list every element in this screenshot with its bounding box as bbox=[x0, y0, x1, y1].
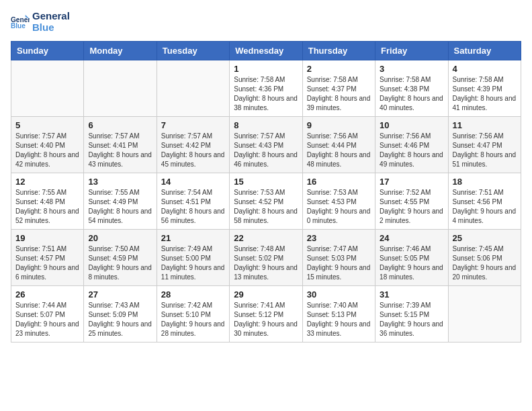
day-number: 11 bbox=[453, 120, 517, 130]
day-info: Sunrise: 7:56 AM Sunset: 4:47 PM Dayligh… bbox=[453, 132, 517, 169]
calendar-cell: 29Sunrise: 7:41 AM Sunset: 5:12 PM Dayli… bbox=[230, 286, 302, 342]
calendar-cell: 23Sunrise: 7:47 AM Sunset: 5:03 PM Dayli… bbox=[302, 230, 375, 286]
day-number: 28 bbox=[161, 289, 225, 300]
calendar-cell: 6Sunrise: 7:57 AM Sunset: 4:41 PM Daylig… bbox=[84, 117, 157, 173]
calendar-cell: 13Sunrise: 7:55 AM Sunset: 4:49 PM Dayli… bbox=[84, 173, 157, 230]
day-number: 4 bbox=[453, 64, 517, 74]
day-number: 23 bbox=[307, 233, 371, 243]
day-info: Sunrise: 7:57 AM Sunset: 4:41 PM Dayligh… bbox=[88, 132, 152, 169]
day-info: Sunrise: 7:57 AM Sunset: 4:43 PM Dayligh… bbox=[234, 132, 298, 169]
calendar-cell bbox=[11, 60, 84, 117]
day-number: 15 bbox=[234, 177, 298, 187]
weekday-header-cell: Thursday bbox=[302, 42, 375, 60]
day-number: 3 bbox=[380, 64, 443, 74]
calendar-cell: 15Sunrise: 7:53 AM Sunset: 4:52 PM Dayli… bbox=[230, 173, 302, 230]
day-info: Sunrise: 7:58 AM Sunset: 4:39 PM Dayligh… bbox=[453, 75, 517, 113]
calendar-cell: 28Sunrise: 7:42 AM Sunset: 5:10 PM Dayli… bbox=[157, 286, 229, 342]
calendar-cell bbox=[157, 60, 229, 117]
weekday-header-cell: Saturday bbox=[448, 42, 521, 60]
calendar-cell: 2Sunrise: 7:58 AM Sunset: 4:37 PM Daylig… bbox=[302, 60, 375, 117]
weekday-header-cell: Tuesday bbox=[157, 42, 229, 60]
day-info: Sunrise: 7:43 AM Sunset: 5:09 PM Dayligh… bbox=[88, 301, 152, 338]
logo-blue: Blue bbox=[32, 22, 70, 34]
calendar-cell: 10Sunrise: 7:56 AM Sunset: 4:46 PM Dayli… bbox=[375, 117, 448, 173]
day-info: Sunrise: 7:48 AM Sunset: 5:02 PM Dayligh… bbox=[234, 244, 298, 282]
day-info: Sunrise: 7:50 AM Sunset: 4:59 PM Dayligh… bbox=[88, 244, 152, 282]
day-info: Sunrise: 7:51 AM Sunset: 4:57 PM Dayligh… bbox=[15, 244, 79, 282]
calendar-cell: 7Sunrise: 7:57 AM Sunset: 4:42 PM Daylig… bbox=[157, 117, 229, 173]
day-info: Sunrise: 7:39 AM Sunset: 5:15 PM Dayligh… bbox=[380, 301, 443, 338]
day-info: Sunrise: 7:42 AM Sunset: 5:10 PM Dayligh… bbox=[161, 301, 225, 338]
header: General Blue General Blue bbox=[11, 11, 521, 33]
day-info: Sunrise: 7:54 AM Sunset: 4:51 PM Dayligh… bbox=[161, 188, 225, 226]
calendar-cell: 9Sunrise: 7:56 AM Sunset: 4:44 PM Daylig… bbox=[302, 117, 375, 173]
day-info: Sunrise: 7:51 AM Sunset: 4:56 PM Dayligh… bbox=[453, 188, 517, 226]
day-number: 21 bbox=[161, 233, 225, 243]
day-info: Sunrise: 7:44 AM Sunset: 5:07 PM Dayligh… bbox=[15, 301, 79, 338]
svg-text:Blue: Blue bbox=[11, 22, 26, 30]
calendar-cell: 16Sunrise: 7:53 AM Sunset: 4:53 PM Dayli… bbox=[302, 173, 375, 230]
day-info: Sunrise: 7:47 AM Sunset: 5:03 PM Dayligh… bbox=[307, 244, 371, 282]
calendar-cell: 18Sunrise: 7:51 AM Sunset: 4:56 PM Dayli… bbox=[448, 173, 521, 230]
day-number: 6 bbox=[88, 120, 152, 130]
day-number: 14 bbox=[161, 177, 225, 187]
day-number: 9 bbox=[307, 120, 371, 130]
day-info: Sunrise: 7:57 AM Sunset: 4:40 PM Dayligh… bbox=[15, 132, 79, 169]
day-number: 16 bbox=[307, 177, 371, 187]
calendar-cell: 21Sunrise: 7:49 AM Sunset: 5:00 PM Dayli… bbox=[157, 230, 229, 286]
day-info: Sunrise: 7:45 AM Sunset: 5:06 PM Dayligh… bbox=[453, 244, 517, 282]
calendar-cell bbox=[84, 60, 157, 117]
day-number: 25 bbox=[453, 233, 517, 243]
calendar-week-row: 26Sunrise: 7:44 AM Sunset: 5:07 PM Dayli… bbox=[11, 286, 521, 342]
day-info: Sunrise: 7:55 AM Sunset: 4:49 PM Dayligh… bbox=[88, 188, 152, 226]
day-info: Sunrise: 7:52 AM Sunset: 4:55 PM Dayligh… bbox=[380, 188, 443, 226]
calendar-cell: 24Sunrise: 7:46 AM Sunset: 5:05 PM Dayli… bbox=[375, 230, 448, 286]
day-number: 31 bbox=[380, 289, 443, 300]
day-number: 17 bbox=[380, 177, 443, 187]
calendar-cell: 1Sunrise: 7:58 AM Sunset: 4:36 PM Daylig… bbox=[230, 60, 302, 117]
weekday-header-cell: Wednesday bbox=[230, 42, 302, 60]
day-info: Sunrise: 7:58 AM Sunset: 4:36 PM Dayligh… bbox=[234, 75, 298, 113]
calendar-cell: 31Sunrise: 7:39 AM Sunset: 5:15 PM Dayli… bbox=[375, 286, 448, 342]
weekday-header-cell: Sunday bbox=[11, 42, 84, 60]
calendar-cell: 4Sunrise: 7:58 AM Sunset: 4:39 PM Daylig… bbox=[448, 60, 521, 117]
calendar-cell: 22Sunrise: 7:48 AM Sunset: 5:02 PM Dayli… bbox=[230, 230, 302, 286]
calendar-week-row: 1Sunrise: 7:58 AM Sunset: 4:36 PM Daylig… bbox=[11, 60, 521, 117]
day-info: Sunrise: 7:56 AM Sunset: 4:44 PM Dayligh… bbox=[307, 132, 371, 169]
day-number: 24 bbox=[380, 233, 443, 243]
calendar-cell: 26Sunrise: 7:44 AM Sunset: 5:07 PM Dayli… bbox=[11, 286, 84, 342]
calendar-cell: 30Sunrise: 7:40 AM Sunset: 5:13 PM Dayli… bbox=[302, 286, 375, 342]
calendar-table: SundayMondayTuesdayWednesdayThursdayFrid… bbox=[11, 41, 521, 342]
calendar-cell: 19Sunrise: 7:51 AM Sunset: 4:57 PM Dayli… bbox=[11, 230, 84, 286]
day-info: Sunrise: 7:41 AM Sunset: 5:12 PM Dayligh… bbox=[234, 301, 298, 338]
day-number: 19 bbox=[15, 233, 79, 243]
day-info: Sunrise: 7:56 AM Sunset: 4:46 PM Dayligh… bbox=[380, 132, 443, 169]
day-number: 13 bbox=[88, 177, 152, 187]
calendar-cell: 27Sunrise: 7:43 AM Sunset: 5:09 PM Dayli… bbox=[84, 286, 157, 342]
day-number: 8 bbox=[234, 120, 298, 130]
calendar-cell bbox=[448, 286, 521, 342]
calendar-week-row: 12Sunrise: 7:55 AM Sunset: 4:48 PM Dayli… bbox=[11, 173, 521, 230]
weekday-header-cell: Friday bbox=[375, 42, 448, 60]
day-number: 12 bbox=[15, 177, 79, 187]
day-info: Sunrise: 7:55 AM Sunset: 4:48 PM Dayligh… bbox=[15, 188, 79, 226]
day-info: Sunrise: 7:46 AM Sunset: 5:05 PM Dayligh… bbox=[380, 244, 443, 282]
day-number: 22 bbox=[234, 233, 298, 243]
day-number: 10 bbox=[380, 120, 443, 130]
calendar-week-row: 19Sunrise: 7:51 AM Sunset: 4:57 PM Dayli… bbox=[11, 230, 521, 286]
day-info: Sunrise: 7:58 AM Sunset: 4:37 PM Dayligh… bbox=[307, 75, 371, 113]
day-number: 26 bbox=[15, 289, 79, 300]
calendar-cell: 8Sunrise: 7:57 AM Sunset: 4:43 PM Daylig… bbox=[230, 117, 302, 173]
day-info: Sunrise: 7:53 AM Sunset: 4:53 PM Dayligh… bbox=[307, 188, 371, 226]
calendar-cell: 20Sunrise: 7:50 AM Sunset: 4:59 PM Dayli… bbox=[84, 230, 157, 286]
day-info: Sunrise: 7:53 AM Sunset: 4:52 PM Dayligh… bbox=[234, 188, 298, 226]
day-number: 27 bbox=[88, 289, 152, 300]
logo-general: General bbox=[32, 11, 70, 22]
calendar-cell: 3Sunrise: 7:58 AM Sunset: 4:38 PM Daylig… bbox=[375, 60, 448, 117]
calendar-week-row: 5Sunrise: 7:57 AM Sunset: 4:40 PM Daylig… bbox=[11, 117, 521, 173]
logo-icon: General Blue bbox=[11, 13, 30, 32]
logo: General Blue General Blue bbox=[11, 11, 70, 33]
day-number: 1 bbox=[234, 64, 298, 74]
day-info: Sunrise: 7:58 AM Sunset: 4:38 PM Dayligh… bbox=[380, 75, 443, 113]
weekday-header-row: SundayMondayTuesdayWednesdayThursdayFrid… bbox=[11, 42, 521, 60]
